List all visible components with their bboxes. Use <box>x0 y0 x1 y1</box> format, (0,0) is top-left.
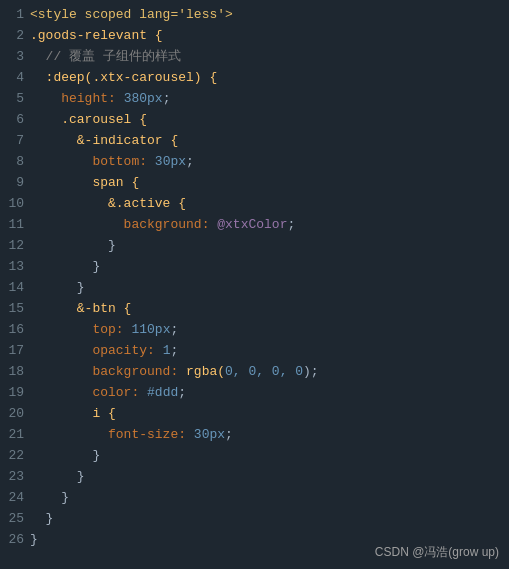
token: } <box>30 490 69 505</box>
token: } <box>30 511 53 526</box>
code-line: } <box>30 445 501 466</box>
token: &.active { <box>30 196 186 211</box>
line-number: 7 <box>6 130 24 151</box>
line-number: 13 <box>6 256 24 277</box>
line-number: 8 <box>6 151 24 172</box>
code-line: } <box>30 466 501 487</box>
token: // 覆盖 子组件的样式 <box>30 49 181 64</box>
code-line: background: rgba(0, 0, 0, 0); <box>30 361 501 382</box>
watermark: CSDN @冯浩(grow up) <box>375 544 499 561</box>
token: ; <box>170 322 178 337</box>
line-number: 26 <box>6 529 24 550</box>
token: opacity: <box>30 343 163 358</box>
token: background: <box>30 364 186 379</box>
code-line: &-indicator { <box>30 130 501 151</box>
token: ; <box>178 385 186 400</box>
code-line: i { <box>30 403 501 424</box>
line-number: 19 <box>6 382 24 403</box>
code-line: } <box>30 277 501 298</box>
token: 0, 0, 0, 0 <box>225 364 303 379</box>
code-line: &.active { <box>30 193 501 214</box>
code-line: :deep(.xtx-carousel) { <box>30 67 501 88</box>
code-line: <style scoped lang='less'> <box>30 4 501 25</box>
token: &-indicator { <box>30 133 178 148</box>
token: height: <box>30 91 124 106</box>
line-number: 23 <box>6 466 24 487</box>
line-number: 4 <box>6 67 24 88</box>
line-number: 12 <box>6 235 24 256</box>
token: <style scoped lang='less'> <box>30 7 233 22</box>
line-number: 2 <box>6 25 24 46</box>
code-editor: 1234567891011121314151617181920212223242… <box>0 0 509 569</box>
line-number: 15 <box>6 298 24 319</box>
code-line: font-size: 30px; <box>30 424 501 445</box>
line-number: 3 <box>6 46 24 67</box>
code-line: opacity: 1; <box>30 340 501 361</box>
token: } <box>30 238 116 253</box>
code-line: } <box>30 508 501 529</box>
token: 30px <box>194 427 225 442</box>
token: ; <box>163 91 171 106</box>
line-number: 25 <box>6 508 24 529</box>
code-line: } <box>30 256 501 277</box>
token: #ddd <box>147 385 178 400</box>
token: span { <box>30 175 139 190</box>
code-line: span { <box>30 172 501 193</box>
token: .goods-relevant { <box>30 28 163 43</box>
token: ); <box>303 364 319 379</box>
code-lines: <style scoped lang='less'>.goods-relevan… <box>30 4 509 565</box>
token: } <box>30 532 38 547</box>
code-line: top: 110px; <box>30 319 501 340</box>
token: 30px <box>155 154 186 169</box>
code-content: 1234567891011121314151617181920212223242… <box>0 0 509 569</box>
line-number: 16 <box>6 319 24 340</box>
code-line: bottom: 30px; <box>30 151 501 172</box>
code-line: // 覆盖 子组件的样式 <box>30 46 501 67</box>
token: ; <box>170 343 178 358</box>
token: } <box>30 469 85 484</box>
token: font-size: <box>30 427 194 442</box>
token: ; <box>287 217 295 232</box>
line-number: 20 <box>6 403 24 424</box>
token: ; <box>186 154 194 169</box>
token: top: <box>30 322 131 337</box>
token: 380px <box>124 91 163 106</box>
token: @xtxColor <box>217 217 287 232</box>
line-number: 1 <box>6 4 24 25</box>
code-line: .goods-relevant { <box>30 25 501 46</box>
line-number: 6 <box>6 109 24 130</box>
code-line: background: @xtxColor; <box>30 214 501 235</box>
token: i { <box>30 406 116 421</box>
token: rgba( <box>186 364 225 379</box>
token: } <box>30 280 85 295</box>
code-line: .carousel { <box>30 109 501 130</box>
token: ; <box>225 427 233 442</box>
code-line: &-btn { <box>30 298 501 319</box>
line-number: 21 <box>6 424 24 445</box>
line-number: 10 <box>6 193 24 214</box>
line-number: 5 <box>6 88 24 109</box>
line-number: 18 <box>6 361 24 382</box>
line-number: 14 <box>6 277 24 298</box>
code-line: color: #ddd; <box>30 382 501 403</box>
token: .carousel { <box>30 112 147 127</box>
token: color: <box>30 385 147 400</box>
token: background: <box>30 217 217 232</box>
token: 110px <box>131 322 170 337</box>
line-numbers: 1234567891011121314151617181920212223242… <box>0 4 30 565</box>
token: bottom: <box>30 154 155 169</box>
token: } <box>30 259 100 274</box>
code-line: } <box>30 235 501 256</box>
line-number: 9 <box>6 172 24 193</box>
line-number: 24 <box>6 487 24 508</box>
code-line: height: 380px; <box>30 88 501 109</box>
code-line: } <box>30 487 501 508</box>
line-number: 17 <box>6 340 24 361</box>
line-number: 11 <box>6 214 24 235</box>
token: &-btn { <box>30 301 131 316</box>
token: } <box>30 448 100 463</box>
line-number: 22 <box>6 445 24 466</box>
token: :deep(.xtx-carousel) { <box>30 70 217 85</box>
